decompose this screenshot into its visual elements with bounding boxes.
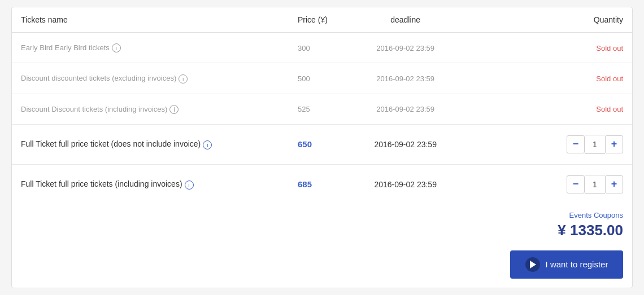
table-header-row: Tickets name Price (¥) deadline Quantity: [12, 7, 632, 33]
ticket-quantity-cell: Sold out: [459, 33, 632, 63]
play-triangle: [530, 261, 536, 268]
sold-out-badge: Sold out: [596, 105, 623, 113]
ticket-quantity-cell: Sold out: [459, 94, 632, 124]
ticket-name-cell: Early Bird Early Bird ticketsi: [12, 33, 289, 63]
qty-decrease-button[interactable]: −: [567, 135, 585, 153]
table-row: Full Ticket full price tickets (includin…: [12, 164, 632, 204]
ticket-price: 500: [298, 74, 310, 83]
table-row: Discount discounted tickets (excluding i…: [12, 63, 632, 94]
tickets-table: Tickets name Price (¥) deadline Quantity…: [12, 7, 632, 288]
ticket-name: Full Ticket full price ticket (does not …: [21, 139, 201, 148]
ticket-deadline: 2016-09-02 23:59: [374, 140, 437, 149]
info-icon[interactable]: i: [112, 43, 121, 52]
ticket-deadline: 2016-09-02 23:59: [376, 44, 434, 52]
coupons-link[interactable]: Events Coupons: [468, 211, 623, 219]
ticket-name: Discount Discount tickets (including inv…: [21, 105, 167, 113]
register-row: I want to register: [12, 246, 632, 288]
ticket-name-cell: Full Ticket full price ticket (does not …: [12, 124, 289, 164]
register-button[interactable]: I want to register: [510, 250, 623, 279]
table-row: Discount Discount tickets (including inv…: [12, 94, 632, 124]
sold-out-badge: Sold out: [596, 44, 623, 52]
register-empty: [12, 246, 459, 288]
info-icon[interactable]: i: [169, 105, 179, 114]
col-header-quantity: Quantity: [459, 7, 632, 33]
ticket-deadline: 2016-09-02 23:59: [374, 180, 437, 189]
empty-cell: [12, 204, 459, 246]
sold-out-badge: Sold out: [596, 74, 623, 83]
ticket-deadline-cell: 2016-09-02 23:59: [352, 63, 459, 94]
register-button-label: I want to register: [546, 259, 608, 269]
qty-value: 1: [585, 135, 605, 154]
ticket-price: 300: [298, 44, 310, 52]
ticket-name-cell: Discount Discount tickets (including inv…: [12, 94, 289, 124]
register-cell: I want to register: [459, 246, 632, 288]
tickets-container: Tickets name Price (¥) deadline Quantity…: [11, 7, 633, 288]
total-row: Events Coupons ¥ 1335.00: [12, 204, 632, 246]
qty-increase-button[interactable]: +: [605, 175, 623, 193]
qty-increase-button[interactable]: +: [605, 135, 623, 153]
ticket-price-cell: 300: [289, 33, 352, 63]
total-cell: Events Coupons ¥ 1335.00: [459, 204, 632, 246]
ticket-deadline-cell: 2016-09-02 23:59: [352, 94, 459, 124]
ticket-price: 525: [298, 105, 310, 113]
col-header-tickets-name: Tickets name: [12, 7, 289, 33]
ticket-name-cell: Discount discounted tickets (excluding i…: [12, 63, 289, 94]
table-row: Early Bird Early Bird ticketsi3002016-09…: [12, 33, 632, 63]
qty-decrease-button[interactable]: −: [567, 175, 585, 193]
ticket-deadline-cell: 2016-09-02 23:59: [352, 33, 459, 63]
ticket-name: Discount discounted tickets (excluding i…: [21, 74, 176, 82]
ticket-quantity-cell: −1+: [459, 124, 632, 164]
ticket-price-cell: 685: [289, 164, 352, 204]
col-header-price: Price (¥): [289, 7, 352, 33]
ticket-quantity-cell: −1+: [459, 164, 632, 204]
ticket-deadline: 2016-09-02 23:59: [376, 105, 434, 113]
total-price: ¥ 1335.00: [468, 222, 623, 239]
info-icon[interactable]: i: [185, 180, 194, 190]
ticket-price-cell: 525: [289, 94, 352, 124]
info-icon[interactable]: i: [203, 140, 212, 149]
ticket-price-cell: 500: [289, 63, 352, 94]
info-icon[interactable]: i: [179, 74, 188, 83]
table-row: Full Ticket full price ticket (does not …: [12, 124, 632, 164]
quantity-control: −1+: [567, 135, 623, 154]
ticket-name: Early Bird Early Bird tickets: [21, 43, 110, 52]
ticket-price-cell: 650: [289, 124, 352, 164]
ticket-deadline-cell: 2016-09-02 23:59: [352, 124, 459, 164]
ticket-name-cell: Full Ticket full price tickets (includin…: [12, 164, 289, 204]
ticket-price: 685: [298, 179, 312, 189]
ticket-name: Full Ticket full price tickets (includin…: [21, 179, 182, 188]
ticket-deadline: 2016-09-02 23:59: [376, 74, 434, 83]
ticket-price: 650: [298, 139, 312, 149]
play-icon: [525, 257, 540, 272]
col-header-deadline: deadline: [352, 7, 459, 33]
ticket-deadline-cell: 2016-09-02 23:59: [352, 164, 459, 204]
ticket-quantity-cell: Sold out: [459, 63, 632, 94]
quantity-control: −1+: [567, 175, 623, 194]
qty-value: 1: [585, 175, 605, 194]
